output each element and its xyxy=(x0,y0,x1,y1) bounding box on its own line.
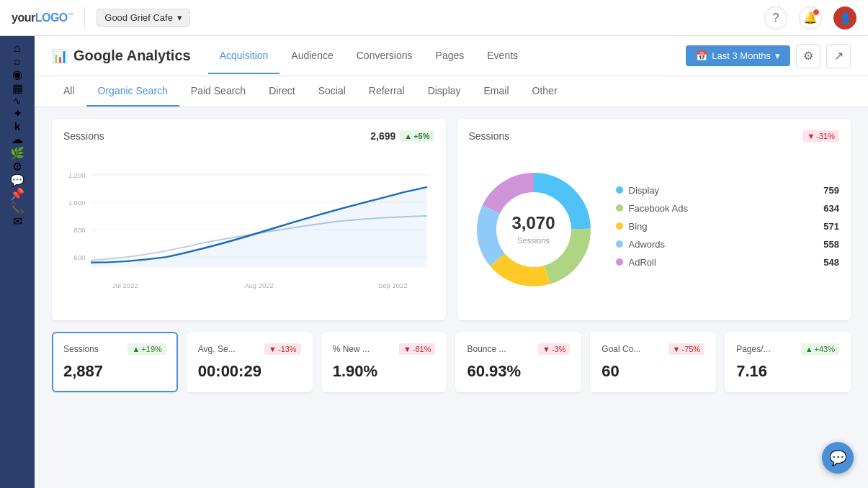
svg-text:Jul 2022: Jul 2022 xyxy=(112,281,138,289)
legend-bing-count: 571 xyxy=(823,221,839,232)
legend-display-name: Display xyxy=(629,185,818,196)
subtab-display[interactable]: Display xyxy=(416,76,473,107)
stats-row: Sessions ▲ +19% 2,887 Avg. Se... ▼ xyxy=(52,332,851,392)
stat-value-goal: 60 xyxy=(601,362,704,381)
chat-bubble[interactable]: 💬 xyxy=(822,442,854,474)
subtab-paid-search[interactable]: Paid Search xyxy=(179,76,257,107)
stat-label-bounce: Bounce ... xyxy=(467,344,506,354)
sidebar-item-k[interactable]: k xyxy=(14,120,20,132)
legend-bing-name: Bing xyxy=(629,221,818,232)
svg-text:1,000: 1,000 xyxy=(68,199,86,207)
help-icon: ? xyxy=(773,12,779,24)
subtab-social[interactable]: Social xyxy=(307,76,357,107)
stat-card-new[interactable]: % New ... ▼ -81% 1.90% xyxy=(321,332,447,392)
sidebar-item-search[interactable]: ⌕ xyxy=(14,55,21,68)
charts-row: Sessions 2,699 ▲ +5% xyxy=(52,119,851,320)
legend-adroll-name: AdRoll xyxy=(629,257,818,268)
stat-card-avg-session[interactable]: Avg. Se... ▼ -13% 00:00:29 xyxy=(187,332,313,392)
svg-text:Aug 2022: Aug 2022 xyxy=(244,281,274,289)
svg-text:800: 800 xyxy=(74,226,86,234)
sidebar-item-bar-chart[interactable]: ▦ xyxy=(12,81,23,95)
stat-header-sessions: Sessions ▲ +19% xyxy=(63,343,166,355)
workspace-arrow: ▾ xyxy=(177,12,182,23)
donut-chart-badge: ▼ -31% xyxy=(802,130,839,142)
tab-conversions[interactable]: Conversions xyxy=(345,38,424,74)
stat-value-pages: 7.16 xyxy=(736,362,839,381)
legend-item-facebook: Facebook Ads 634 xyxy=(616,203,840,214)
tab-pages[interactable]: Pages xyxy=(424,38,476,74)
donut-chart-header: Sessions ▼ -31% xyxy=(469,130,840,142)
analytics-title-text: Google Analytics xyxy=(73,48,191,64)
down-icon4: ▼ xyxy=(673,345,681,353)
stat-header-pages: Pages/... ▲ +43% xyxy=(736,343,839,355)
donut-center: 3,070 Sessions xyxy=(511,213,555,246)
donut-total: 3,070 xyxy=(511,213,555,233)
analytics-bar-icon: 📊 xyxy=(52,48,68,64)
sidebar-item-analytics[interactable]: ◉ xyxy=(12,68,22,81)
stat-card-sessions[interactable]: Sessions ▲ +19% 2,887 xyxy=(52,332,178,392)
stat-label-sessions: Sessions xyxy=(63,344,99,354)
filter-icon: ⚙ xyxy=(803,49,813,63)
sidebar-item-settings[interactable]: ⚙ xyxy=(12,160,22,173)
filter-button[interactable]: ⚙ xyxy=(796,44,820,68)
legend-item-bing: Bing 571 xyxy=(616,221,840,232)
stat-badge-avg: ▼ -13% xyxy=(264,343,301,355)
legend-facebook-name: Facebook Ads xyxy=(629,203,818,214)
sidebar-item-leaf[interactable]: 🌿 xyxy=(10,146,24,160)
legend-adroll-count: 548 xyxy=(823,257,839,268)
analytics-header: 📊 Google Analytics Acquisition Audience … xyxy=(35,36,868,76)
stat-badge-pages: ▲ +43% xyxy=(801,343,839,355)
avatar[interactable]: 👤 xyxy=(833,6,856,30)
dashboard: Sessions 2,699 ▲ +5% xyxy=(35,107,868,404)
bing-color-dot xyxy=(616,222,623,230)
line-chart-svg: 1,200 1,000 800 600 Jul 2022 Aug 2022 Se… xyxy=(63,150,434,309)
adroll-color-dot xyxy=(616,258,623,266)
legend-facebook-count: 634 xyxy=(823,203,839,214)
sidebar-item-mail[interactable]: ✉ xyxy=(13,214,22,228)
subtab-organic-search[interactable]: Organic Search xyxy=(86,76,179,107)
subtab-all[interactable]: All xyxy=(52,76,86,107)
sidebar: ⌂ ⌕ ◉ ▦ ∿ ✦ k ☁ 🌿 ⚙ 💬 📌 📞 ✉ xyxy=(0,36,35,488)
stat-badge-bounce: ▼ -3% xyxy=(538,343,570,355)
stat-label-goal: Goal Co... xyxy=(601,344,640,354)
stat-card-pages[interactable]: Pages/... ▲ +43% 7.16 xyxy=(725,332,851,392)
stat-card-bounce[interactable]: Bounce ... ▼ -3% 60.93% xyxy=(455,332,581,392)
legend-item-display: Display 759 xyxy=(616,185,840,196)
donut-chart-title: Sessions xyxy=(469,130,510,142)
stat-value-avg: 00:00:29 xyxy=(198,362,301,381)
subtab-direct[interactable]: Direct xyxy=(257,76,307,107)
line-chart-container: 1,200 1,000 800 600 Jul 2022 Aug 2022 Se… xyxy=(63,150,434,309)
line-chart-value: 2,699 ▲ +5% xyxy=(370,130,434,142)
sidebar-item-comments[interactable]: 💬 xyxy=(10,173,24,187)
up-arrow-icon: ▲ xyxy=(404,132,412,140)
sidebar-item-pin[interactable]: 📌 xyxy=(10,187,24,201)
legend-item-adroll: AdRoll 548 xyxy=(616,257,840,268)
sidebar-item-cloud[interactable]: ☁ xyxy=(12,132,23,146)
subtab-email[interactable]: Email xyxy=(473,76,521,107)
analytics-nav: Acquisition Audience Conversions Pages E… xyxy=(208,38,529,74)
sidebar-item-home[interactable]: ⌂ xyxy=(14,42,21,55)
sidebar-item-star[interactable]: ✦ xyxy=(13,107,22,120)
sidebar-item-phone[interactable]: 📞 xyxy=(10,201,24,214)
tab-acquisition[interactable]: Acquisition xyxy=(208,38,280,74)
donut-label: Sessions xyxy=(517,236,550,245)
legend-display-count: 759 xyxy=(823,185,839,196)
stat-card-goal[interactable]: Goal Co... ▼ -75% 60 xyxy=(590,332,716,392)
share-button[interactable]: ↗ xyxy=(826,44,851,68)
tab-audience[interactable]: Audience xyxy=(279,38,344,74)
workspace-selector[interactable]: Good Grief Cafe ▾ xyxy=(97,9,190,27)
notification-button[interactable]: 🔔 xyxy=(799,6,822,30)
line-chart-card: Sessions 2,699 ▲ +5% xyxy=(52,119,446,320)
tab-events[interactable]: Events xyxy=(475,38,529,74)
help-button[interactable]: ? xyxy=(764,6,787,30)
subtab-other[interactable]: Other xyxy=(521,76,569,107)
down-icon2: ▼ xyxy=(403,345,411,353)
stat-header-goal: Goal Co... ▼ -75% xyxy=(601,343,704,355)
stat-badge-new: ▼ -81% xyxy=(399,343,436,355)
date-range-button[interactable]: 📅 Last 3 Months ▾ xyxy=(686,45,790,66)
date-range-label: Last 3 Months xyxy=(712,50,771,61)
sidebar-item-wave[interactable]: ∿ xyxy=(13,95,22,107)
stat-badge-sessions: ▲ +19% xyxy=(127,343,166,355)
down-arrow-icon: ▼ xyxy=(807,132,815,140)
subtab-referral[interactable]: Referral xyxy=(357,76,416,107)
